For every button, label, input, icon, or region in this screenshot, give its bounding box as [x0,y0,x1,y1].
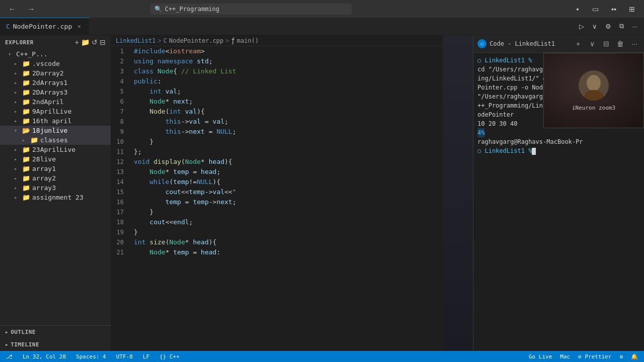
search-bar[interactable]: 🔍 C++_Programming [150,4,352,15]
back-button[interactable]: ← [5,4,19,15]
split-editor-button[interactable]: ⧉ [617,21,626,31]
sidebar-item-28live[interactable]: ▸ 📁 28live [0,154,111,164]
chevron-right-icon: ▸ [14,156,20,162]
breadcrumb-part2[interactable]: NodePointer.cpp [169,37,223,44]
code-line: 6 Node* next; [111,97,443,107]
run-button[interactable]: ▷ [577,22,587,31]
sidebar-item-label: array3 [32,184,56,192]
settings-button[interactable]: ⚙ [603,22,614,31]
status-spaces[interactable]: Spaces: 4 [74,353,108,360]
collapse-all-btn[interactable]: ⊟ [100,38,106,46]
breadcrumb-part3[interactable]: main() [237,37,259,44]
new-file-btn[interactable]: + [75,38,79,46]
terminal-split-btn[interactable]: ∨ [587,38,598,49]
status-right: Go Live Mac ⊘ Prettier ⚙ 🔔 [527,353,640,360]
folder-icon: 📁 [22,174,30,182]
svg-point-1 [584,90,604,101]
sidebar-item-2darrays1[interactable]: ▸ 📁 2dArrays1 [0,78,111,87]
status-settings-icon[interactable]: ⚙ [617,353,625,360]
code-editor: LinkedList1 > C NodePointer.cpp > ƒ main… [111,35,443,351]
terminal-trash-btn[interactable]: 🗑 [615,38,626,49]
sidebar-item-18junlive[interactable]: ▾ 📂 18junlive [0,126,111,135]
folder-icon: 📁 [22,88,30,96]
sidebar-item-2darrays3[interactable]: ▸ 📁 2DArrays3 [0,87,111,97]
outline-label: OUTLINE [11,329,36,335]
sidebar-item-23aprillive[interactable]: ▸ 📁 23AprilLive [0,145,111,154]
sidebar-item-root[interactable]: ▾ C++_P... [0,49,111,59]
folder-icon: 📁 [22,194,30,201]
folder-icon: 📁 [22,60,30,67]
sidebar-item-label: array2 [32,174,56,182]
sidebar-item-classes[interactable]: ▸ 📁 classes [0,135,111,145]
breadcrumb-icon: C [164,37,167,44]
refresh-btn[interactable]: ↺ [92,38,98,46]
tab-nodepointercpp[interactable]: C NodePointer.cpp ✕ [0,18,90,35]
breadcrumb: LinkedList1 > C NodePointer.cpp > ƒ main… [111,35,443,46]
sidebar-item-16thapr[interactable]: ▸ 📁 16th april [0,116,111,126]
layout-btn-4[interactable]: ⊞ [625,4,639,15]
sidebar-item-array2[interactable]: ▸ 📁 array2 [0,173,111,183]
code-area[interactable]: 1 #include<iostream> 2 using namespace s… [111,46,443,351]
layout-btn-1[interactable]: ▪ [571,4,585,15]
search-icon: 🔍 [154,6,162,13]
term-prompt-1: ○ LinkedList1 % [477,56,532,65]
terminal-minus-btn[interactable]: ⊟ [601,38,612,49]
code-line: 9 this->next = NULL; [111,127,443,137]
layout-btn-3[interactable]: ▪▪ [607,4,621,15]
terminal-add-btn[interactable]: + [573,38,584,49]
sidebar-item-array1[interactable]: ▸ 📁 array1 [0,164,111,173]
term-prompt-2: ○ LinkedList1 % [477,146,532,155]
run-dropdown[interactable]: ∨ [590,22,600,31]
code-line: 15 cout<<temp->val<<" [111,187,443,197]
terminal-more-btn[interactable]: ··· [629,38,640,49]
chevron-right-icon: ▸ [14,147,20,152]
folder-open-icon: 📂 [22,127,30,134]
status-line-ending[interactable]: LF [141,353,151,360]
layout-btn-2[interactable]: ▭ [589,4,603,15]
sidebar-item-label: 16th april [32,117,71,125]
status-os[interactable]: Mac [558,353,572,360]
code-line: 16 temp = temp->next; [111,197,443,207]
content-wrapper: EXPLORER + 📁 ↺ ⊟ ▾ C++_P... ▸ 📁 .vscode [0,35,644,351]
webcam-overlay: iNeuron zoom3 [543,53,644,128]
status-position[interactable]: Ln 32, Col 28 [21,353,68,360]
chevron-right-icon: ▸ [14,109,20,114]
new-folder-btn[interactable]: 📁 [81,38,90,46]
tab-bar: C NodePointer.cpp ✕ ▷ ∨ ⚙ ⧉ ··· [0,18,644,35]
sidebar-item-2darray2[interactable]: ▸ 📁 2Darray2 [0,68,111,78]
folder-icon: 📁 [30,136,38,144]
more-actions-button[interactable]: ··· [629,22,640,31]
sidebar-item-assignment23[interactable]: ▸ 📁 assignment 23 [0,193,111,202]
timeline-section[interactable]: ▸ TIMELINE [0,338,111,351]
sidebar-item-array3[interactable]: ▸ 📁 array3 [0,183,111,193]
outline-section[interactable]: ▸ OUTLINE [0,326,111,338]
status-encoding[interactable]: UTF-8 [114,353,135,360]
code-line: 19 } [111,227,443,237]
code-line: 5 int val; [111,86,443,97]
chevron-right-icon: ▸ [14,70,20,76]
forward-button[interactable]: → [24,4,38,15]
sidebar-item-label: classes [40,136,68,144]
search-text: C++_Programming [165,6,219,13]
code-line: 3 class Node{ // Linked List [111,66,443,76]
webcam-person [579,70,609,101]
folder-icon: 📁 [22,146,30,153]
sidebar-item-9aprillive[interactable]: ▸ 📁 9AprilLive [0,107,111,116]
sidebar-bottom: ▸ OUTLINE ▸ TIMELINE [0,325,111,351]
status-notification-icon[interactable]: 🔔 [629,353,640,360]
folder-icon: 📁 [22,117,30,125]
chevron-right-icon: ▸ [14,80,20,85]
breadcrumb-part1[interactable]: LinkedList1 [116,37,155,44]
tab-close-button[interactable]: ✕ [75,23,83,31]
status-go-live[interactable]: Go Live [527,353,554,360]
sidebar-item-2ndapril[interactable]: ▸ 📁 2ndApril [0,97,111,107]
status-branch-icon[interactable]: ⎇ [4,353,15,360]
code-line: 13 Node* temp = head; [111,167,443,177]
sidebar-item-vscode[interactable]: ▸ 📁 .vscode [0,59,111,68]
terminal-title: Code - LinkedList1 [490,40,570,47]
sidebar-item-label: 2dArrays1 [32,79,67,86]
status-language[interactable]: {} C++ [157,353,182,360]
folder-icon: 📁 [22,69,30,77]
status-prettier[interactable]: ⊘ Prettier [576,353,613,360]
term-highlight-1: 4% [477,128,485,137]
